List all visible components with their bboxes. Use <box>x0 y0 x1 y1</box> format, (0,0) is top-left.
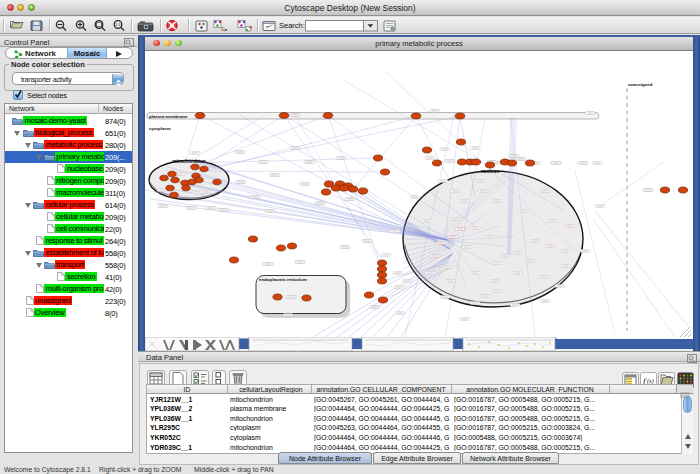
svg-text:cytoplasm: cytoplasm <box>149 126 171 131</box>
svg-text:1:1: 1:1 <box>115 22 121 27</box>
svg-text:nucleus: nucleus <box>481 169 499 174</box>
svg-text:plasma membrane: plasma membrane <box>149 114 188 119</box>
svg-text:mitochondrion: mitochondrion <box>172 159 206 164</box>
svg-text:unassigned: unassigned <box>628 82 653 87</box>
svg-text:Search:: Search: <box>279 21 305 30</box>
svg-text:endoplasmic reticulum: endoplasmic reticulum <box>259 277 307 282</box>
